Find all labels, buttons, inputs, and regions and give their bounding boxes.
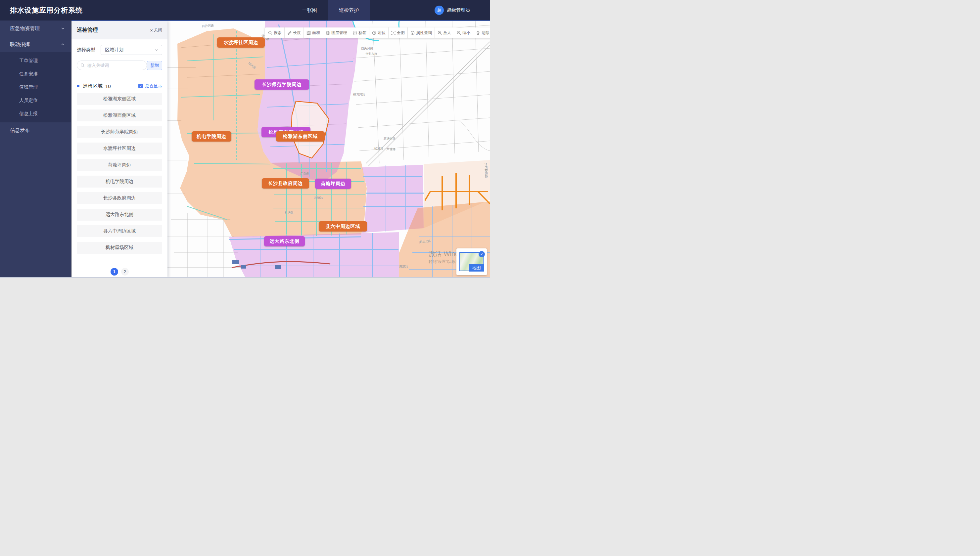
fullmap-icon	[391, 31, 395, 35]
sidebar-item-1[interactable]: 应急物资管理	[0, 21, 71, 36]
tool-fullmap[interactable]: 全图	[388, 27, 407, 38]
basemap-switcher[interactable]: ✓ 地图	[457, 248, 487, 275]
sidebar-item-label: 联动指挥	[10, 41, 30, 48]
map-region-label[interactable]: 水渡坪社区周边	[217, 37, 265, 48]
tool-area[interactable]: 面积	[303, 27, 323, 38]
region-list-item[interactable]: 县六中周边区域	[77, 225, 162, 237]
street-name: 外环快速路	[484, 163, 489, 178]
submenu: 工单管理任务安排值班管理人员定位信息上报	[0, 52, 71, 122]
tool-zoomin[interactable]: 放大	[434, 27, 454, 38]
street-name: 自头河路	[361, 46, 373, 51]
chevron-up-icon	[61, 42, 65, 47]
submenu-item[interactable]: 值班管理	[0, 81, 71, 94]
highway-roads	[366, 42, 490, 166]
avatar[interactable]: 超	[434, 6, 444, 15]
basemap-label[interactable]: 地图	[469, 264, 484, 272]
type-select-row: 选择类型: 区域计划	[77, 45, 162, 55]
submenu-item[interactable]: 人员定位	[0, 94, 71, 107]
layers-icon	[326, 31, 330, 35]
sidebar: 应急物资管理联动指挥工单管理任务安排值班管理人员定位信息上报信息发布	[0, 21, 71, 278]
region-list-item[interactable]: 长沙县政府周边	[77, 192, 162, 204]
tool-search[interactable]: 搜索	[266, 27, 284, 38]
map-region-label[interactable]: 远大路东北侧	[264, 236, 305, 246]
panel-body: 选择类型: 区域计划 新增	[71, 39, 167, 278]
pagination: 12	[71, 268, 167, 276]
close-icon: ×	[150, 28, 153, 33]
region-list-item[interactable]: 远大路东北侧	[77, 209, 162, 221]
type-select[interactable]: 区域计划	[100, 45, 162, 55]
page-button-1[interactable]: 1	[110, 268, 118, 276]
content-area: 巡检管理 × 关闭 选择类型: 区域计划	[71, 21, 490, 278]
region-list-item[interactable]: 长沙师范学院周边	[77, 126, 162, 138]
map-region-label[interactable]: 县六中周边区域	[319, 221, 367, 231]
map-region-label[interactable]: 松雅湖东侧区域	[276, 131, 325, 142]
tool-tag[interactable]: 标签	[350, 27, 369, 38]
submenu-item[interactable]: 信息上报	[0, 107, 71, 120]
submenu-item[interactable]: 工单管理	[0, 54, 71, 68]
close-button[interactable]: × 关闭	[150, 27, 162, 33]
street-name: 松雅路	[374, 147, 383, 151]
map-region-label[interactable]: 荷塘坪周边	[315, 179, 351, 189]
submenu-item[interactable]: 任务安排	[0, 68, 71, 81]
region-group-row: 巡检区域 10 ✓ 是否显示	[77, 83, 162, 89]
region-list-item[interactable]: 松雅湖东侧区域	[77, 93, 162, 105]
search-box[interactable]	[77, 61, 147, 70]
tool-layers[interactable]: 图层管理	[323, 27, 350, 38]
horizontal-scrollbar[interactable]	[0, 277, 490, 278]
sidebar-item-label: 应急物资管理	[10, 26, 40, 32]
checkbox-checked-icon[interactable]: ✓	[138, 84, 143, 88]
tool-label: 属性查询	[416, 30, 432, 36]
street-name: 白沙河路	[202, 23, 214, 28]
region-list-item[interactable]: 枫树屋场区域	[77, 242, 162, 254]
sidebar-item-3[interactable]: 信息发布	[0, 122, 71, 138]
check-icon: ✓	[479, 251, 485, 257]
tool-locate[interactable]: 定位	[369, 27, 388, 38]
user-menu[interactable]: 超 超级管理员	[434, 0, 470, 21]
region-list-item[interactable]: 松雅湖西侧区域	[77, 110, 162, 121]
sidebar-item-label: 信息发布	[10, 127, 30, 134]
map-region-label[interactable]: 长沙师范学院周边	[254, 79, 309, 90]
sidebar-item-2[interactable]: 联动指挥	[0, 36, 71, 52]
tool-label: 搜索	[274, 30, 282, 36]
type-select-value: 区域计划	[105, 47, 123, 53]
ruler-icon	[287, 31, 292, 35]
add-button[interactable]: 新增	[147, 61, 162, 70]
street-name: 芦塘路	[387, 147, 395, 152]
map-region-label[interactable]: 长沙县政府周边	[262, 178, 309, 189]
region-list-item[interactable]: 机电学院周边	[77, 176, 162, 187]
trash-icon	[476, 31, 480, 35]
tool-ruler[interactable]: 长度	[284, 27, 303, 38]
show-toggle-label: 是否显示	[145, 83, 162, 89]
map-toolbar: 搜索长度面积图层管理标签定位全图属性查询放大缩小清除	[265, 27, 490, 38]
search-row: 新增	[77, 61, 162, 70]
region-group-label: 巡检区域	[83, 83, 103, 89]
map-area[interactable]: 搜索长度面积图层管理标签定位全图属性查询放大缩小清除 白沙河路谭坊路维大路自头河…	[167, 21, 490, 278]
chevron-down-icon	[155, 48, 159, 52]
nav-tab-1[interactable]: 一张图	[291, 0, 328, 21]
tool-label: 定位	[377, 30, 386, 36]
tool-info[interactable]: 属性查询	[407, 27, 434, 38]
show-toggle[interactable]: ✓ 是否显示	[138, 83, 162, 89]
tool-zoomout[interactable]: 缩小	[454, 27, 473, 38]
tool-trash[interactable]: 清除	[473, 27, 490, 38]
app-title: 排水设施应用分析系统	[10, 6, 83, 15]
street-name: 思源路	[399, 265, 408, 269]
info-icon	[410, 31, 415, 35]
region-overlays	[177, 21, 490, 278]
region-list-item[interactable]: 荷塘坪周边	[77, 159, 162, 171]
search-input[interactable]	[87, 63, 134, 68]
tag-icon	[353, 31, 357, 35]
page-button-2[interactable]: 2	[121, 268, 129, 276]
map-canvas[interactable]	[167, 21, 490, 278]
street-name: 社塘路	[285, 211, 293, 215]
region-list-item[interactable]: 水渡坪社区周边	[77, 142, 162, 154]
tool-label: 面积	[312, 30, 320, 36]
inspection-panel: 巡检管理 × 关闭 选择类型: 区域计划	[71, 21, 167, 278]
search-icon	[268, 31, 272, 35]
search-icon	[81, 63, 85, 68]
navbar: 排水设施应用分析系统 一张图巡检养护 超 超级管理员	[0, 0, 490, 21]
region-list: 松雅湖东侧区域松雅湖西侧区域长沙师范学院周边水渡坪社区周边荷塘坪周边机电学院周边…	[77, 93, 162, 254]
type-select-label: 选择类型:	[77, 47, 100, 53]
map-region-label[interactable]: 机电学院周边	[192, 131, 232, 142]
nav-tab-2[interactable]: 巡检养护	[328, 0, 370, 21]
